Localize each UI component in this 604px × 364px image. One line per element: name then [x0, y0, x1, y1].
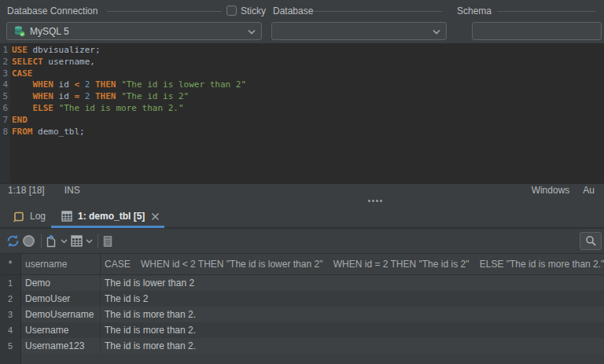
username-cell[interactable]: DemoUsername — [21, 307, 101, 322]
code-line: 5 WHEN id = 2 THEN "The id is 2" — [0, 91, 604, 103]
grid-view-button[interactable] — [71, 229, 83, 253]
code-line: 6 ELSE "The id is more than 2." — [0, 103, 604, 115]
schema-combobox[interactable] — [472, 22, 602, 40]
code-text: USE dbvisualizer; — [10, 45, 101, 57]
divider-line — [107, 11, 222, 12]
line-number: 3 — [0, 68, 10, 80]
chevron-down-icon — [248, 29, 256, 35]
line-number: 7 — [0, 115, 10, 127]
case-result-cell[interactable]: The id is more than 2. — [101, 338, 604, 354]
table-row[interactable]: 3DemoUsernameThe id is more than 2. — [0, 307, 604, 322]
grid-rows: 1DemoThe id is lower than 22DemoUserThe … — [0, 275, 604, 354]
connection-value: MySQL 5 — [30, 26, 69, 37]
case-result-cell[interactable]: The id is 2 — [101, 291, 604, 307]
table-row[interactable]: 1DemoThe id is lower than 2 — [0, 275, 604, 291]
chevron-down-icon[interactable] — [61, 229, 68, 253]
database-label: Database — [273, 6, 313, 17]
sticky-checkbox[interactable] — [226, 6, 237, 16]
row-number-cell[interactable]: 5 — [0, 338, 21, 354]
line-number: 5 — [0, 91, 10, 103]
code-text: CASE — [10, 68, 33, 80]
code-line: 3CASE — [0, 68, 604, 80]
line-separator-indicator[interactable]: Windows — [532, 185, 570, 196]
column-header-rownum[interactable]: * — [0, 254, 21, 274]
connection-toolbar: Database Connection Sticky Database Sche… — [0, 0, 604, 43]
tab-label: 1: demo_tbl [5] — [78, 211, 145, 222]
search-button[interactable] — [580, 232, 602, 250]
row-number-gutter — [0, 354, 21, 364]
line-number: 6 — [0, 103, 10, 115]
editor-lines: 1USE dbvisualizer;2SELECT username,3CASE… — [0, 45, 604, 138]
column-header-username[interactable]: username — [21, 254, 101, 274]
divider-line — [497, 11, 596, 12]
result-grid[interactable]: * username CASE WHEN id < 2 THEN "The id… — [0, 253, 604, 364]
code-text: FROM demo_tbl; — [10, 127, 85, 138]
stop-icon — [23, 235, 35, 247]
code-text: WHEN id = 2 THEN "The id is 2" — [10, 91, 189, 103]
code-text: WHEN id < 2 THEN "The id is lower than 2… — [10, 79, 246, 91]
auto-commit-indicator[interactable]: Au — [583, 185, 595, 196]
results-tab-bar: Log 1: demo_tbl [5] — [0, 205, 604, 228]
database-connection-label: Database Connection — [7, 6, 98, 17]
row-number-cell[interactable]: 2 — [0, 291, 21, 307]
code-text: ELSE "The id is more than 2." — [10, 103, 184, 115]
grid-header-row: * username CASE WHEN id < 2 THEN "The id… — [0, 253, 604, 275]
code-line: 8FROM demo_tbl; — [0, 127, 604, 138]
username-cell[interactable]: DemoUser — [21, 291, 101, 307]
username-cell[interactable]: Username — [21, 322, 101, 338]
code-text: SELECT username, — [10, 57, 95, 68]
tab-log[interactable]: Log — [13, 205, 46, 227]
table-row[interactable]: 2DemoUserThe id is 2 — [0, 291, 604, 307]
caret-position: 1:18 [18] — [8, 185, 45, 196]
table-icon — [61, 211, 72, 222]
search-icon — [585, 235, 597, 247]
username-cell[interactable]: Demo — [21, 275, 101, 291]
line-number: 2 — [0, 57, 10, 68]
dbvisualizer-window: Database Connection Sticky Database Sche… — [0, 0, 604, 364]
editor-status-bar: 1:18 [18] INS Windows Au — [0, 183, 604, 196]
stop-button[interactable] — [23, 229, 35, 253]
case-result-cell[interactable]: The id is more than 2. — [101, 307, 604, 322]
connection-combobox[interactable]: MySQL 5 — [6, 22, 262, 40]
line-number: 8 — [0, 127, 10, 138]
splitter[interactable] — [0, 196, 604, 205]
log-icon — [13, 211, 24, 222]
database-icon — [13, 25, 25, 37]
calculator-button[interactable] — [103, 229, 112, 253]
line-number: 4 — [0, 79, 10, 91]
database-combobox[interactable] — [271, 22, 447, 40]
sql-editor[interactable]: 1USE dbvisualizer;2SELECT username,3CASE… — [0, 43, 604, 183]
chevron-down-icon[interactable] — [86, 229, 93, 253]
sticky-label: Sticky — [241, 6, 266, 17]
line-number: 1 — [0, 45, 10, 57]
username-cell[interactable]: Username123 — [21, 338, 101, 354]
row-number-cell[interactable]: 1 — [0, 275, 21, 291]
code-line: 4 WHEN id < 2 THEN "The id is lower than… — [0, 79, 604, 91]
divider-line — [313, 11, 442, 12]
toolbar-separator — [98, 229, 98, 253]
splitter-handle-icon[interactable] — [368, 200, 382, 202]
insert-mode-indicator: INS — [64, 185, 80, 196]
schema-label: Schema — [457, 6, 492, 17]
case-result-cell[interactable]: The id is more than 2. — [101, 322, 604, 338]
table-row[interactable]: 5Username123The id is more than 2. — [0, 338, 604, 354]
code-line: 7END — [0, 115, 604, 127]
close-icon[interactable] — [151, 212, 160, 221]
export-button[interactable] — [46, 229, 57, 253]
tab-label: Log — [30, 211, 46, 222]
case-result-cell[interactable]: The id is lower than 2 — [101, 275, 604, 291]
row-number-cell[interactable]: 3 — [0, 307, 21, 322]
toolbar-separator — [41, 229, 42, 253]
chevron-down-icon — [433, 29, 440, 35]
results-toolbar — [0, 228, 604, 253]
code-line: 2SELECT username, — [0, 57, 604, 68]
tab-demo-tbl[interactable]: 1: demo_tbl [5] — [51, 205, 164, 227]
code-text: END — [10, 115, 28, 127]
refresh-button[interactable] — [6, 229, 20, 253]
code-line: 1USE dbvisualizer; — [0, 45, 604, 57]
column-header-case[interactable]: CASE WHEN id < 2 THEN "The id is lower t… — [101, 254, 604, 274]
table-row[interactable]: 4UsernameThe id is more than 2. — [0, 322, 604, 338]
row-number-cell[interactable]: 4 — [0, 322, 21, 338]
